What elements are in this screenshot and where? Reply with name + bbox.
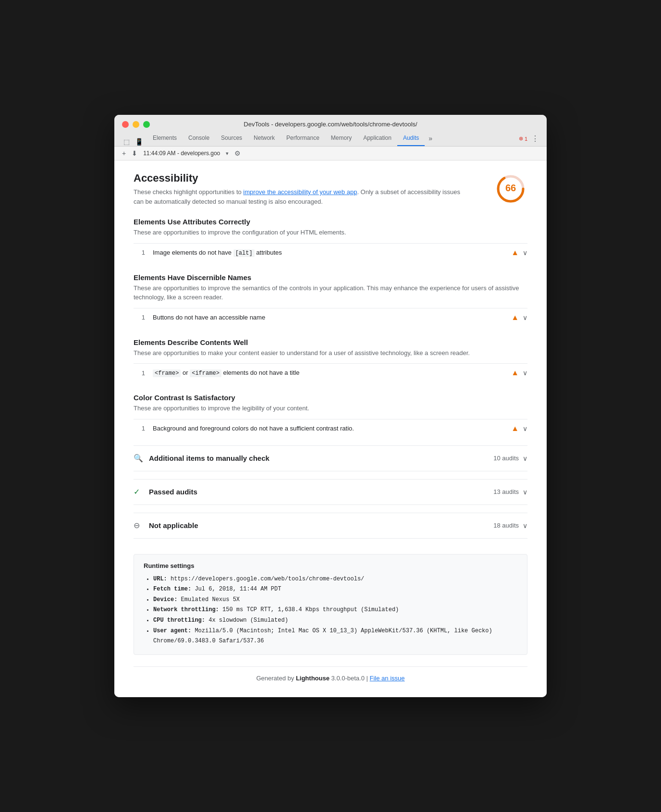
audit-icons: ▲ ∨	[511, 313, 527, 322]
score-svg: 66	[494, 172, 527, 206]
cat2-desc: These are opportunities to improve the s…	[134, 283, 527, 302]
expand-icon[interactable]: ∨	[523, 314, 527, 321]
device-toolbar-icon[interactable]: 📱	[135, 137, 143, 146]
tab-memory[interactable]: Memory	[325, 132, 357, 146]
audit-number: 1	[134, 249, 145, 256]
additional-items-row[interactable]: 🔍 Additional items to manually check 10 …	[134, 445, 527, 471]
runtime-item: URL: https://developers.google.com/web/t…	[153, 574, 517, 585]
footer-text: Generated by Lighthouse 3.0.0-beta.0 | F…	[256, 675, 404, 682]
category-contents: Elements Describe Contents Well These ar…	[134, 338, 527, 382]
svg-text:66: 66	[505, 183, 516, 193]
passed-audits-row[interactable]: ✓ Passed audits 13 audits ∨	[134, 479, 527, 505]
audit-item[interactable]: 1 Image elements do not have [alt] attri…	[134, 243, 527, 262]
title-bar: DevTools - developers.google.com/web/too…	[114, 115, 547, 147]
check-icon: ✓	[134, 487, 143, 497]
audit-text: Buttons do not have an accessible name	[153, 314, 511, 321]
add-icon[interactable]: +	[122, 149, 126, 157]
maximize-button[interactable]	[143, 121, 150, 128]
expand-icon[interactable]: ∨	[523, 425, 527, 432]
cat4-desc: These are opportunities to improve the l…	[134, 404, 527, 413]
audit-text: Background and foreground colors do not …	[153, 425, 511, 432]
audit-number: 1	[134, 425, 145, 432]
expand-icon[interactable]: ∨	[523, 249, 527, 257]
runtime-list: URL: https://developers.google.com/web/t…	[144, 574, 517, 647]
tab-audits[interactable]: Audits	[397, 132, 425, 146]
expand-icon[interactable]: ∨	[523, 369, 527, 377]
passed-count: 13 audits	[493, 488, 519, 495]
notapplicable-title: Not applicable	[149, 521, 493, 529]
runtime-title: Runtime settings	[144, 562, 517, 569]
section-info: Accessibility These checks highlight opp…	[134, 172, 470, 206]
error-icon: ⊗	[519, 135, 523, 142]
notapplicable-chevron[interactable]: ∨	[523, 522, 527, 529]
toolbar-icons: ⬚ 📱	[122, 137, 143, 146]
category-names: Elements Have Discernible Names These ar…	[134, 273, 527, 327]
audit-icons: ▲ ∨	[511, 248, 527, 257]
minus-circle-icon: ⊖	[134, 521, 143, 530]
additional-count: 10 audits	[493, 455, 519, 462]
audit-item[interactable]: 1 Background and foreground colors do no…	[134, 419, 527, 438]
tab-elements[interactable]: Elements	[147, 132, 183, 146]
runtime-item: Network throttling: 150 ms TCP RTT, 1,63…	[153, 605, 517, 615]
category-contrast: Color Contrast Is Satisfactory These are…	[134, 394, 527, 438]
runtime-item: Fetch time: Jul 6, 2018, 11:44 AM PDT	[153, 584, 517, 595]
audit-icons: ▲ ∨	[511, 369, 527, 377]
audit-item[interactable]: 1 Buttons do not have an accessible name…	[134, 308, 527, 327]
cat4-title: Color Contrast Is Satisfactory	[134, 394, 527, 402]
timestamp-dropdown[interactable]: ▾	[226, 150, 229, 157]
error-badge: ⊗ 1	[519, 135, 527, 142]
score-circle: 66	[494, 172, 527, 206]
timestamp: 11:44:09 AM - developers.goo	[143, 150, 220, 157]
audit-item[interactable]: 1 <frame> or <iframe> elements do not ha…	[134, 363, 527, 382]
notapplicable-count: 18 audits	[493, 522, 519, 529]
audit-text: <frame> or <iframe> elements do not have…	[153, 369, 511, 377]
error-count: 1	[525, 136, 527, 142]
desc-text-before: These checks highlight opportunities to	[134, 188, 243, 196]
more-tabs-button[interactable]: »	[425, 132, 436, 146]
tab-bar-right: ⊗ 1 ⋮	[519, 134, 539, 146]
additional-chevron[interactable]: ∨	[523, 455, 527, 462]
cat1-desc: These are opportunities to improve the c…	[134, 228, 527, 237]
warning-icon: ▲	[511, 369, 519, 377]
minimize-button[interactable]	[133, 121, 139, 128]
audit-number: 1	[134, 314, 145, 321]
runtime-item: User agent: Mozilla/5.0 (Macintosh; Inte…	[153, 626, 517, 647]
desc-link[interactable]: improve the accessibility of your web ap…	[243, 188, 357, 196]
search-icon: 🔍	[134, 454, 143, 463]
audit-number: 1	[134, 369, 145, 377]
category-attributes: Elements Use Attributes Correctly These …	[134, 218, 527, 262]
window-title: DevTools - developers.google.com/web/too…	[244, 121, 417, 128]
section-description: These checks highlight opportunities to …	[134, 187, 470, 206]
cat3-title: Elements Describe Contents Well	[134, 338, 527, 346]
runtime-item: CPU throttling: 4x slowdown (Simulated)	[153, 615, 517, 626]
sub-toolbar: + ⬇ 11:44:09 AM - developers.goo ▾ ⚙	[114, 147, 547, 160]
tab-application[interactable]: Application	[357, 132, 397, 146]
not-applicable-row[interactable]: ⊖ Not applicable 18 audits ∨	[134, 513, 527, 539]
cat2-title: Elements Have Discernible Names	[134, 273, 527, 282]
tab-sources[interactable]: Sources	[215, 132, 248, 146]
window-controls	[122, 121, 150, 128]
section-header: Accessibility These checks highlight opp…	[134, 172, 527, 206]
warning-icon: ▲	[511, 248, 519, 257]
footer: Generated by Lighthouse 3.0.0-beta.0 | F…	[134, 666, 527, 686]
tab-performance[interactable]: Performance	[281, 132, 325, 146]
tab-console[interactable]: Console	[183, 132, 215, 146]
runtime-settings: Runtime settings URL: https://developers…	[134, 554, 527, 655]
file-issue-link[interactable]: File an issue	[370, 675, 405, 682]
section-title: Accessibility	[134, 172, 470, 185]
warning-icon: ▲	[511, 424, 519, 433]
audit-text: Image elements do not have [alt] attribu…	[153, 249, 511, 257]
runtime-item: Device: Emulated Nexus 5X	[153, 595, 517, 605]
warning-icon: ▲	[511, 313, 519, 322]
settings-icon[interactable]: ⚙	[234, 149, 241, 157]
browser-window: DevTools - developers.google.com/web/too…	[114, 115, 547, 697]
main-content: Accessibility These checks highlight opp…	[114, 160, 547, 697]
passed-chevron[interactable]: ∨	[523, 488, 527, 496]
cat1-title: Elements Use Attributes Correctly	[134, 218, 527, 226]
close-button[interactable]	[122, 121, 129, 128]
devtools-tabs: ⬚ 📱 Elements Console Sources Network Per…	[122, 132, 539, 146]
more-options-icon[interactable]: ⋮	[531, 134, 539, 143]
tab-network[interactable]: Network	[248, 132, 281, 146]
inspector-icon[interactable]: ⬚	[122, 137, 131, 146]
download-icon[interactable]: ⬇	[132, 149, 137, 157]
